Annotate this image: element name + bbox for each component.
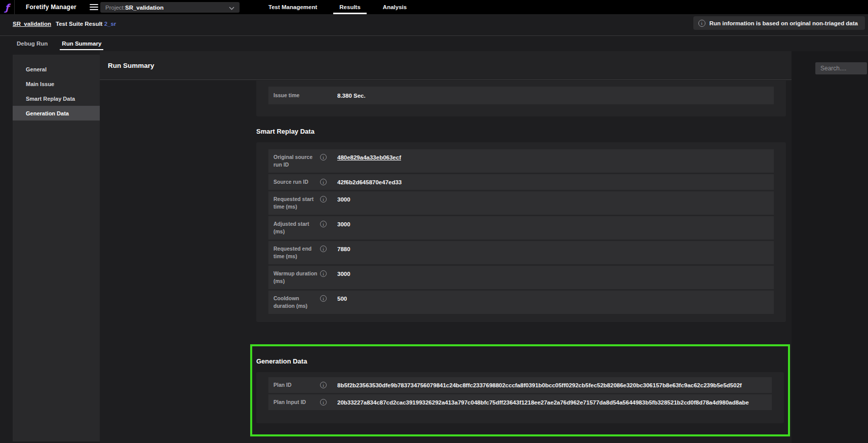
generation-data-highlight-box: Generation Data Plan ID i 8b5f2b23563530… (250, 344, 790, 436)
table-row-plan-input-id: Plan Input ID i 20b33227a834c87cd2cac391… (268, 394, 772, 410)
info-icon[interactable]: i (320, 245, 337, 252)
info-icon[interactable]: i (320, 178, 337, 185)
main-column: Run Summary Issue time 8.380 Sec. Smart … (100, 51, 792, 443)
field-value: 42f6b2d645870e47ed33 (337, 178, 767, 186)
field-label: Requested start time (ms) (273, 195, 320, 211)
field-value-link[interactable]: 480e829a4a33eb063ecf (337, 153, 767, 161)
field-value: 20b33227a834c87cd2cac39199326292a413a797… (337, 398, 765, 406)
generation-data-card: Plan ID i 8b5f2b23563530dfe9b78373475607… (256, 372, 784, 423)
search-input[interactable] (815, 62, 867, 74)
info-banner-text: Run information is based on original non… (709, 20, 858, 26)
info-icon[interactable]: i (320, 153, 337, 160)
tab-analysis[interactable]: Analysis (372, 0, 418, 14)
general-card: Issue time 8.380 Sec. (256, 80, 786, 116)
info-icon[interactable]: i (320, 270, 337, 277)
breadcrumb-current-label: Test Suite Result (56, 21, 104, 27)
sidebar: General Main Issue Smart Replay Data Gen… (13, 55, 100, 441)
field-label: Adjusted start (ms) (273, 220, 320, 235)
top-bar: ƒ Foretify Manager Project: SR_validatio… (0, 0, 868, 14)
field-label: Issue time (273, 92, 320, 99)
field-value: 3000 (337, 195, 767, 203)
page-title: Run Summary (108, 62, 154, 69)
chevron-down-icon (229, 3, 234, 12)
sidebar-item-generation-data[interactable]: Generation Data (13, 106, 100, 120)
foretify-logo-icon: ƒ (0, 0, 14, 14)
section-title-generation-data: Generation Data (256, 357, 784, 365)
info-banner: i Run information is based on original n… (693, 16, 865, 30)
sidebar-item-general[interactable]: General (13, 62, 100, 76)
field-value: 8.380 Sec. (337, 92, 767, 99)
field-label: Cooldown duration (ms) (273, 295, 320, 310)
project-selected-value: SR_validation (125, 5, 164, 11)
field-value: 3000 (337, 220, 767, 228)
table-row-cooldown-duration: Cooldown duration (ms) i 500 (268, 291, 774, 314)
workspace: General Main Issue Smart Replay Data Gen… (0, 51, 868, 443)
tab-results[interactable]: Results (328, 0, 372, 14)
breadcrumb-current: Test Suite Result 2_sr (56, 21, 116, 27)
breadcrumb-project-link[interactable]: SR_validation (13, 21, 51, 27)
table-row-requested-start-time: Requested start time (ms) i 3000 (268, 191, 774, 215)
info-icon[interactable]: i (320, 220, 337, 227)
project-selector[interactable]: Project: SR_validation (100, 2, 240, 13)
info-icon: i (698, 20, 705, 27)
project-prefix-label: Project: (105, 5, 125, 11)
table-row-adjusted-start: Adjusted start (ms) i 3000 (268, 216, 774, 239)
field-label: Source run ID (273, 178, 320, 186)
scroll-content[interactable]: Issue time 8.380 Sec. Smart Replay Data … (100, 80, 792, 443)
app-title: Foretify Manager (26, 4, 76, 11)
smart-replay-card: Original source run ID i 480e829a4a33eb0… (256, 142, 786, 322)
table-row-plan-id: Plan ID i 8b5f2b23563530dfe9b78373475607… (268, 377, 772, 393)
table-row-warmup-duration: Warmup duration (ms) i 3000 (268, 266, 774, 289)
field-label: Warmup duration (ms) (273, 270, 320, 285)
field-label: Original source run ID (273, 153, 320, 169)
info-icon[interactable]: i (320, 295, 337, 302)
breadcrumb-row: SR_validation Test Suite Result 2_sr i R… (0, 14, 868, 35)
breadcrumb-result-link[interactable]: 2_sr (104, 21, 116, 27)
field-value: 7880 (337, 245, 767, 253)
table-row-source-run-id: Source run ID i 42f6b2d645870e47ed33 (268, 174, 774, 190)
app-window: ƒ Foretify Manager Project: SR_validatio… (0, 0, 868, 443)
info-icon[interactable]: i (320, 195, 337, 203)
field-value: 500 (337, 295, 767, 302)
field-label: Plan Input ID (273, 398, 320, 406)
page-header: Run Summary (100, 51, 792, 80)
field-value: 3000 (337, 270, 767, 277)
tab-debug-run[interactable]: Debug Run (17, 36, 48, 51)
field-label: Plan ID (273, 381, 320, 389)
divider (14, 0, 15, 14)
section-title-smart-replay-data: Smart Replay Data (256, 128, 786, 135)
tab-run-summary[interactable]: Run Summary (62, 36, 101, 51)
table-row-issue-time: Issue time 8.380 Sec. (268, 87, 774, 104)
info-icon[interactable]: i (320, 381, 337, 388)
field-value: 8b5f2b23563530dfe9b783734756079841c24bc8… (337, 381, 765, 389)
table-row-requested-end-time: Requested end time (ms) i 7880 (268, 241, 774, 264)
sidebar-item-smart-replay-data[interactable]: Smart Replay Data (13, 91, 100, 106)
icon-spacer (320, 92, 337, 92)
field-label: Requested end time (ms) (273, 245, 320, 260)
right-strip (792, 51, 868, 443)
view-tabs: Debug Run Run Summary (0, 35, 868, 51)
tab-test-management[interactable]: Test Management (257, 0, 328, 14)
main-nav: Test Management Results Analysis (257, 0, 418, 14)
table-row-original-source-run-id: Original source run ID i 480e829a4a33eb0… (268, 149, 774, 173)
sidebar-item-main-issue[interactable]: Main Issue (13, 76, 100, 91)
info-icon[interactable]: i (320, 398, 337, 406)
hamburger-menu-icon[interactable] (90, 4, 98, 10)
